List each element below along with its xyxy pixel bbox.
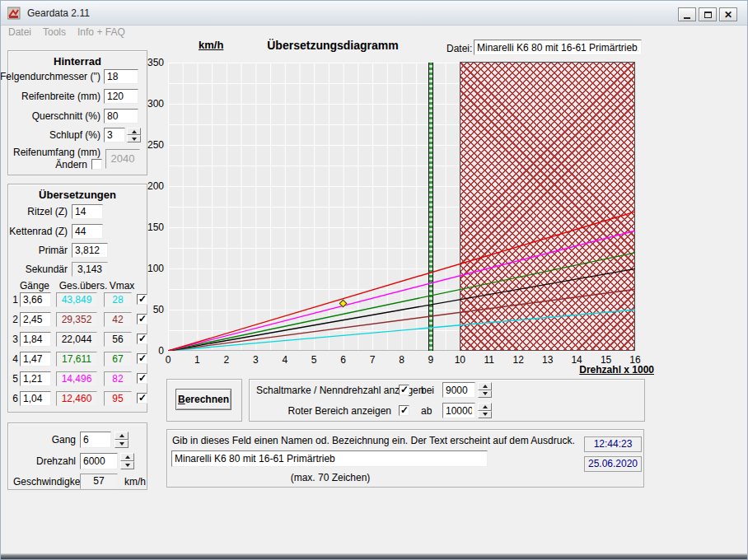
minimize-button[interactable] — [678, 7, 696, 21]
gear-visible-checkbox[interactable] — [137, 393, 147, 404]
nenndrehzahl-stepper[interactable] — [478, 382, 492, 398]
menu-item-0[interactable]: Datei — [8, 26, 31, 38]
gear-ratio-input[interactable] — [20, 371, 51, 386]
name-hint-label: Gib in dieses Feld einen Namen od. Bezei… — [172, 435, 575, 446]
panel-hinterrad: Hinterrad Felgendurchmesser ('')Reifenbr… — [7, 50, 147, 175]
gear-number: 1 — [10, 294, 18, 306]
reifenbreite-label: Reifenbreite (mm) — [21, 91, 101, 102]
bei-label: bei — [421, 385, 434, 396]
primaer-input[interactable] — [72, 243, 108, 258]
nenndrehzahl-up-icon[interactable] — [478, 382, 492, 390]
aendern-checkbox[interactable] — [91, 159, 102, 170]
gear-ratio-input[interactable] — [20, 352, 51, 366]
x-tick-3: 3 — [246, 354, 264, 366]
nenndrehzahl-down-icon[interactable] — [478, 390, 492, 399]
reifenumfang-value: 2040 — [105, 149, 140, 169]
gear-vmax: 67 — [104, 352, 132, 366]
panel-uebersetzungen-title: Übersetzungen — [8, 189, 147, 201]
gear-line-4 — [168, 253, 635, 351]
berechnen-button[interactable]: Berechnen — [175, 389, 231, 410]
datei-filename-field[interactable] — [474, 40, 642, 55]
gear-vmax: 42 — [104, 312, 132, 327]
time-display: 12:44:23 — [584, 436, 642, 452]
drehzahl-input[interactable] — [80, 453, 118, 469]
gear-visible-checkbox[interactable] — [137, 334, 147, 344]
berechnen-label-rest: erechnen — [185, 394, 229, 405]
gear-ratio-input[interactable] — [20, 332, 51, 347]
gear-total-ratio: 22,044 — [56, 332, 97, 347]
berechnen-label-first: B — [178, 394, 185, 405]
y-tick-300: 300 — [138, 98, 164, 110]
menu-item-2[interactable]: Info + FAQ — [77, 26, 125, 38]
roter-bereich-down-icon[interactable] — [478, 411, 492, 419]
menu-item-1[interactable]: Tools — [43, 26, 66, 38]
querschnitt-label: Querschnitt (%) — [32, 110, 101, 122]
kettenrad-input[interactable] — [72, 224, 103, 239]
panel-hinterrad-title: Hinterrad — [8, 55, 147, 68]
gear-ratio-input[interactable] — [20, 312, 51, 327]
gear-col-header-0: Gänge — [16, 280, 53, 292]
drehzahl-down-icon[interactable] — [120, 461, 134, 469]
drehzahl-stepper[interactable] — [120, 453, 134, 469]
gang-up-icon[interactable] — [115, 432, 129, 440]
x-tick-1: 1 — [188, 354, 206, 366]
roter-bereich-input[interactable] — [442, 403, 475, 418]
sekundaer-label: Sekundär — [26, 264, 68, 275]
gear-total-ratio: 14,496 — [56, 371, 97, 386]
gang-input[interactable] — [80, 432, 111, 448]
schaltmarke-label: Schaltmarke / Nenndrehzahl anzeigen — [256, 385, 391, 396]
x-tick-0: 0 — [159, 354, 177, 366]
y-tick-100: 100 — [138, 263, 164, 274]
gear-lines-layer — [168, 63, 635, 351]
gear-number: 5 — [10, 373, 18, 385]
gear-visible-checkbox[interactable] — [137, 373, 147, 384]
window-controls: ✕ — [678, 7, 737, 21]
geschwindigkeit-label: Geschwindigkeit: — [13, 476, 88, 488]
window-title: Geardata 2.11 — [27, 7, 90, 19]
ritzel-input[interactable] — [72, 204, 103, 219]
y-tick-250: 250 — [138, 139, 164, 151]
gear-total-ratio: 29,352 — [56, 312, 97, 327]
gang-down-icon[interactable] — [115, 440, 129, 448]
gear-vmax: 82 — [104, 371, 132, 386]
x-tick-2: 2 — [217, 354, 236, 366]
schlupf-input[interactable] — [104, 128, 125, 142]
schaltmarke-checkbox[interactable] — [399, 385, 409, 395]
roter-bereich-checkbox[interactable] — [399, 405, 409, 416]
reifenbreite-input[interactable] — [104, 89, 138, 104]
ab-label: ab — [421, 405, 432, 417]
y-tick-150: 150 — [138, 222, 164, 233]
gear-ratio-input[interactable] — [20, 292, 51, 307]
felgendurchmesser-input[interactable] — [104, 69, 138, 84]
ritzel-label: Ritzel (Z) — [27, 206, 68, 217]
roter-bereich-up-icon[interactable] — [478, 403, 492, 411]
app-icon — [7, 7, 21, 20]
name-input[interactable] — [171, 450, 488, 467]
close-icon: ✕ — [724, 10, 732, 20]
y-tick-200: 200 — [138, 180, 164, 192]
gear-col-header-1: Ges.übers. — [56, 280, 110, 292]
geschwindigkeit-unit: km/h — [124, 476, 146, 488]
schlupf-stepper-up-icon[interactable] — [127, 128, 141, 135]
title-bar: Geardata 2.11 ✕ — [1, 1, 747, 26]
nenndrehzahl-input[interactable] — [442, 382, 475, 398]
maximize-button[interactable] — [699, 7, 717, 21]
gear-ratio-input[interactable] — [20, 391, 51, 406]
x-tick-6: 6 — [334, 354, 353, 366]
panel-uebersetzungen: Übersetzungen Ritzel (Z)Kettenrad (Z)Pri… — [7, 184, 147, 413]
y-tick-350: 350 — [138, 57, 164, 68]
chart-plot-area — [168, 63, 635, 351]
maximize-icon — [704, 12, 712, 18]
gear-number: 3 — [10, 334, 18, 345]
minimize-icon — [684, 17, 690, 19]
gear-line-5 — [168, 231, 635, 351]
primaer-label: Primär — [39, 245, 68, 256]
roter-bereich-stepper[interactable] — [478, 403, 492, 418]
drehzahl-up-icon[interactable] — [120, 453, 134, 461]
gear-vmax: 28 — [104, 292, 132, 307]
querschnitt-input[interactable] — [104, 109, 138, 124]
gear-vmax: 56 — [104, 332, 132, 347]
gang-stepper[interactable] — [115, 432, 129, 448]
window-bottom-edge — [1, 553, 747, 559]
close-button[interactable]: ✕ — [719, 7, 737, 21]
